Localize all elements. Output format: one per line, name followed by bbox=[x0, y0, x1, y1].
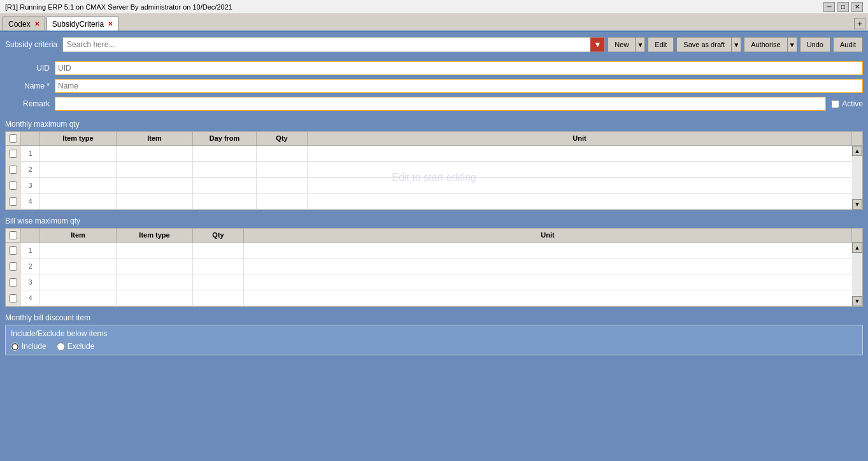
monthly-max-itemtype-header: Item type bbox=[40, 132, 117, 145]
brow2-itemtype[interactable] bbox=[117, 259, 193, 274]
close-button[interactable]: ✕ bbox=[851, 2, 863, 12]
name-row: Name * bbox=[5, 79, 863, 93]
bill-wise-itemtype-header: Item type bbox=[117, 229, 193, 242]
include-radio-label[interactable]: Include bbox=[11, 342, 46, 351]
audit-button[interactable]: Audit bbox=[833, 37, 863, 52]
brow1-num: 1 bbox=[21, 243, 40, 258]
monthly-max-select-all[interactable] bbox=[6, 132, 21, 145]
row4-item[interactable] bbox=[117, 194, 193, 209]
include-radio[interactable] bbox=[11, 343, 19, 351]
authorise-dropdown-arrow[interactable]: ▼ bbox=[787, 37, 797, 52]
brow4-checkbox[interactable] bbox=[6, 290, 21, 306]
bill-select-all-checkbox[interactable] bbox=[9, 231, 17, 239]
maximize-button[interactable]: □ bbox=[837, 2, 849, 12]
brow1-qty[interactable] bbox=[193, 243, 244, 258]
row2-unit[interactable] bbox=[308, 162, 862, 177]
authorise-button[interactable]: Authorise bbox=[744, 37, 786, 52]
row4-dayfrom[interactable] bbox=[193, 194, 257, 209]
bill-wise-select-all[interactable] bbox=[6, 229, 21, 242]
search-dropdown-button[interactable]: ▼ bbox=[590, 38, 604, 52]
brow2-qty[interactable] bbox=[193, 259, 244, 274]
row2-num: 2 bbox=[21, 162, 40, 177]
brow1-checkbox[interactable] bbox=[6, 243, 21, 258]
exclude-radio-label[interactable]: Exclude bbox=[57, 342, 95, 351]
row2-qty[interactable] bbox=[257, 162, 308, 177]
bill-wise-max-header: Item Item type Qty Unit bbox=[6, 229, 862, 243]
brow1-unit[interactable] bbox=[244, 243, 862, 258]
monthly-max-scroll-down[interactable]: ▼ bbox=[852, 199, 862, 209]
search-input[interactable] bbox=[63, 39, 590, 50]
tab-subsidy-close[interactable]: ✕ bbox=[108, 20, 113, 27]
brow2-item[interactable] bbox=[40, 259, 117, 274]
brow4-item[interactable] bbox=[40, 290, 117, 306]
row3-checkbox[interactable] bbox=[6, 178, 21, 193]
row1-qty[interactable] bbox=[257, 146, 308, 161]
brow3-itemtype[interactable] bbox=[117, 274, 193, 290]
row3-unit[interactable] bbox=[308, 178, 862, 193]
row3-item[interactable] bbox=[117, 178, 193, 193]
table-row: 4 bbox=[6, 290, 862, 306]
monthly-max-scroll-track[interactable] bbox=[852, 156, 862, 199]
row2-checkbox[interactable] bbox=[6, 162, 21, 177]
tab-codex[interactable]: Codex ✕ bbox=[3, 17, 45, 31]
select-all-checkbox[interactable] bbox=[9, 134, 17, 143]
row4-unit[interactable] bbox=[308, 194, 862, 209]
row1-itemtype[interactable] bbox=[40, 146, 117, 161]
active-checkbox[interactable] bbox=[831, 100, 839, 108]
new-button[interactable]: New bbox=[608, 37, 635, 52]
brow2-unit[interactable] bbox=[244, 259, 862, 274]
monthly-max-qty-header: Qty bbox=[257, 132, 308, 145]
row2-item[interactable] bbox=[117, 162, 193, 177]
monthly-max-scroll-up[interactable]: ▲ bbox=[852, 146, 862, 156]
brow3-num: 3 bbox=[21, 274, 40, 290]
tab-codex-close[interactable]: ✕ bbox=[34, 20, 39, 27]
window-title: [R1] Running ERP 5.1 on CMAX Server By a… bbox=[5, 3, 232, 11]
row1-item[interactable] bbox=[117, 146, 193, 161]
brow3-qty[interactable] bbox=[193, 274, 244, 290]
tab-subsidy[interactable]: SubsidyCriteria ✕ bbox=[46, 17, 118, 31]
row1-dayfrom[interactable] bbox=[193, 146, 257, 161]
brow4-itemtype[interactable] bbox=[117, 290, 193, 306]
include-label: Include bbox=[22, 342, 46, 351]
remark-row: Remark Active bbox=[5, 97, 863, 111]
row1-unit[interactable] bbox=[308, 146, 862, 161]
remark-input[interactable] bbox=[55, 97, 826, 111]
brow3-checkbox[interactable] bbox=[6, 274, 21, 290]
row4-itemtype[interactable] bbox=[40, 194, 117, 209]
brow4-qty[interactable] bbox=[193, 290, 244, 306]
brow1-itemtype[interactable] bbox=[117, 243, 193, 258]
active-checkbox-group: Active bbox=[831, 99, 863, 108]
brow2-checkbox[interactable] bbox=[6, 259, 21, 274]
row2-dayfrom[interactable] bbox=[193, 162, 257, 177]
active-label[interactable]: Active bbox=[842, 99, 863, 108]
exclude-radio[interactable] bbox=[57, 343, 65, 351]
brow3-item[interactable] bbox=[40, 274, 117, 290]
row3-itemtype[interactable] bbox=[40, 178, 117, 193]
undo-button[interactable]: Undo bbox=[800, 37, 830, 52]
add-tab-button[interactable]: + bbox=[854, 18, 865, 29]
save-draft-dropdown-arrow[interactable]: ▼ bbox=[731, 37, 741, 52]
brow1-item[interactable] bbox=[40, 243, 117, 258]
uid-input[interactable] bbox=[55, 61, 863, 75]
new-dropdown-arrow[interactable]: ▼ bbox=[635, 37, 645, 52]
row4-qty[interactable] bbox=[257, 194, 308, 209]
row4-checkbox[interactable] bbox=[6, 194, 21, 209]
bill-wise-scroll-up[interactable]: ▲ bbox=[852, 243, 862, 253]
row3-dayfrom[interactable] bbox=[193, 178, 257, 193]
save-draft-button[interactable]: Save as draft bbox=[676, 37, 731, 52]
edit-button[interactable]: Edit bbox=[648, 37, 674, 52]
row2-itemtype[interactable] bbox=[40, 162, 117, 177]
bill-wise-scroll-down[interactable]: ▼ bbox=[852, 296, 862, 306]
bill-wise-max-title: Bill wise maximum qty bbox=[5, 216, 863, 225]
minimize-button[interactable]: ─ bbox=[823, 2, 835, 12]
brow3-unit[interactable] bbox=[244, 274, 862, 290]
bill-wise-scroll-track[interactable] bbox=[852, 253, 862, 296]
exclude-label: Exclude bbox=[68, 342, 95, 351]
row1-checkbox[interactable] bbox=[6, 146, 21, 161]
brow4-unit[interactable] bbox=[244, 290, 862, 306]
row3-qty[interactable] bbox=[257, 178, 308, 193]
name-input[interactable] bbox=[55, 79, 863, 93]
remark-label: Remark bbox=[5, 99, 50, 108]
row1-num: 1 bbox=[21, 146, 40, 161]
search-container: ▼ bbox=[62, 37, 605, 52]
